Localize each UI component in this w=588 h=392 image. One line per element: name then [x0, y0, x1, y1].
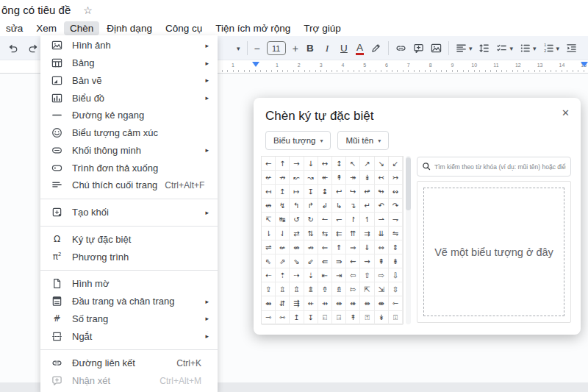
- symbol-cell[interactable]: ⇰: [346, 282, 360, 296]
- symbol-cell[interactable]: ⇍: [276, 240, 290, 254]
- symbol-cell[interactable]: ⇆: [318, 227, 332, 240]
- document-title[interactable]: ông có tiêu đề: [1, 4, 71, 16]
- margin-marker-icon[interactable]: [252, 62, 259, 67]
- menu-option[interactable]: Khối thông minh▸: [40, 142, 218, 160]
- symbol-cell[interactable]: ↸: [262, 213, 276, 227]
- symbol-cell[interactable]: ⇬: [290, 282, 304, 296]
- menu-option[interactable]: Đầu trang và chân trang▸: [40, 293, 218, 310]
- symbol-cell[interactable]: ↿: [360, 213, 374, 227]
- symbol-cell[interactable]: ⇠: [262, 268, 276, 282]
- symbol-cell[interactable]: ↔: [318, 157, 332, 171]
- symbol-cell[interactable]: ⇨: [375, 268, 389, 282]
- symbol-cell[interactable]: ⇲: [375, 282, 389, 296]
- menu-option[interactable]: π2Phương trình: [40, 248, 218, 266]
- symbol-cell[interactable]: ⇘: [290, 254, 304, 268]
- star-icon[interactable]: ☆: [83, 4, 93, 16]
- menu-option[interactable]: Bản vẽ▸: [40, 72, 218, 90]
- symbol-cell[interactable]: ↚: [262, 171, 276, 185]
- symbol-cell[interactable]: ↪: [346, 185, 360, 199]
- symbol-cell[interactable]: ⇖: [262, 254, 276, 268]
- symbol-cell[interactable]: ⇗: [276, 254, 290, 268]
- symbol-cell[interactable]: ⇮: [318, 282, 332, 296]
- symbol-cell[interactable]: ↟: [332, 171, 346, 185]
- symbol-cell[interactable]: ↾: [346, 213, 360, 227]
- menu-option[interactable]: #Số trang▸: [40, 310, 218, 328]
- symbol-cell[interactable]: ↞: [318, 171, 332, 185]
- symbol-cell[interactable]: ↳: [332, 199, 346, 213]
- menu-option[interactable]: Chú thích cuối trangCtrl+Alt+F: [40, 177, 218, 194]
- symbol-cell[interactable]: ⇁: [389, 213, 403, 227]
- symbol-cell[interactable]: ↼: [318, 213, 332, 227]
- symbol-cell[interactable]: ↥: [276, 185, 290, 199]
- close-icon[interactable]: ✕: [562, 107, 570, 118]
- symbol-cell[interactable]: ⇈: [346, 227, 360, 240]
- symbol-cell[interactable]: ⇤: [318, 268, 332, 282]
- symbol-cell[interactable]: ⇪: [262, 282, 276, 296]
- symbol-cell[interactable]: ⇴: [262, 296, 276, 310]
- symbol-cell[interactable]: ⇓: [360, 240, 374, 254]
- symbol-cell[interactable]: ⇳: [389, 282, 403, 296]
- symbol-cell[interactable]: ⇒: [346, 240, 360, 254]
- category-dropdown[interactable]: Biểu tượng ▾: [265, 131, 331, 150]
- symbol-cell[interactable]: ⇚: [318, 254, 332, 268]
- symbol-cell[interactable]: ⇜: [346, 254, 360, 268]
- add-comment-icon[interactable]: [413, 43, 424, 54]
- margin-marker-icon[interactable]: [581, 62, 588, 67]
- symbol-cell[interactable]: ⇶: [290, 296, 304, 310]
- search-input[interactable]: [434, 163, 566, 171]
- menu-option[interactable]: Tạo khối▸: [40, 204, 218, 221]
- symbol-cell[interactable]: ↽: [332, 213, 346, 227]
- symbol-cell[interactable]: ⇧: [360, 268, 374, 282]
- menubar-item[interactable]: Trợ giúp: [298, 21, 346, 35]
- symbol-cell[interactable]: ↯: [276, 199, 290, 213]
- bold-button[interactable]: B: [305, 43, 315, 54]
- symbol-cell[interactable]: ↹: [276, 213, 290, 227]
- symbol-cell[interactable]: ⇝: [360, 254, 374, 268]
- symbol-cell[interactable]: ↫: [360, 185, 374, 199]
- symbol-cell[interactable]: ⇥: [332, 268, 346, 282]
- symbol-cell[interactable]: ⇙: [304, 254, 318, 268]
- menu-option[interactable]: Hình ảnh▸: [40, 37, 218, 54]
- symbol-cell[interactable]: ⇾: [262, 311, 276, 325]
- underline-button[interactable]: U: [339, 43, 349, 54]
- symbol-cell[interactable]: ↝: [304, 171, 318, 185]
- font-size-input[interactable]: 11: [267, 41, 286, 55]
- symbol-cell[interactable]: ↴: [346, 199, 360, 213]
- symbol-cell[interactable]: ⇇: [332, 227, 346, 240]
- highlighter-icon[interactable]: [370, 43, 381, 54]
- symbol-cell[interactable]: ↰: [290, 199, 304, 213]
- symbol-cell[interactable]: ⇷: [304, 296, 318, 310]
- symbol-cell[interactable]: ↣: [389, 171, 403, 185]
- symbol-cell[interactable]: ↷: [389, 199, 403, 213]
- symbol-cell[interactable]: ↑: [276, 157, 290, 171]
- bulleted-list-button[interactable]: ▾: [520, 43, 537, 54]
- symbol-cell[interactable]: ⇞: [375, 254, 389, 268]
- symbol-cell[interactable]: ↟: [346, 311, 360, 325]
- symbol-cell[interactable]: ⇐: [318, 240, 332, 254]
- symbol-cell[interactable]: ⇃: [276, 227, 290, 240]
- text-color-button[interactable]: A: [356, 42, 364, 55]
- symbol-cell[interactable]: ⇊: [375, 227, 389, 240]
- symbol-cell[interactable]: ←: [262, 157, 276, 171]
- menu-option[interactable]: Đường liên kếtCtrl+K: [40, 354, 218, 372]
- symbol-cell[interactable]: ⇄: [290, 227, 304, 240]
- symbol-cell[interactable]: ⇋: [389, 227, 403, 240]
- symbol-cell[interactable]: ⇻: [360, 296, 374, 310]
- insert-link-icon[interactable]: [395, 43, 406, 54]
- symbol-cell[interactable]: ⇸: [318, 296, 332, 310]
- symbol-cell[interactable]: ⇏: [304, 240, 318, 254]
- symbol-cell[interactable]: →: [290, 157, 304, 171]
- symbol-cell[interactable]: ↬: [375, 185, 389, 199]
- symbol-cell[interactable]: ⇦: [346, 268, 360, 282]
- increase-font-size-button[interactable]: +: [293, 43, 298, 54]
- undo-icon[interactable]: [7, 43, 18, 54]
- symbol-cell[interactable]: ⍈: [332, 311, 346, 325]
- styles-caret-icon[interactable]: ▾: [237, 45, 240, 52]
- insert-image-icon[interactable]: [431, 43, 442, 54]
- symbol-cell[interactable]: ↱: [304, 199, 318, 213]
- menu-option[interactable]: Hình mờ: [40, 275, 218, 293]
- symbol-cell[interactable]: ⇼: [375, 296, 389, 310]
- symbol-cell[interactable]: ↩: [332, 185, 346, 199]
- symbol-cell[interactable]: ↡: [360, 171, 374, 185]
- menubar-item[interactable]: Chèn: [64, 21, 99, 35]
